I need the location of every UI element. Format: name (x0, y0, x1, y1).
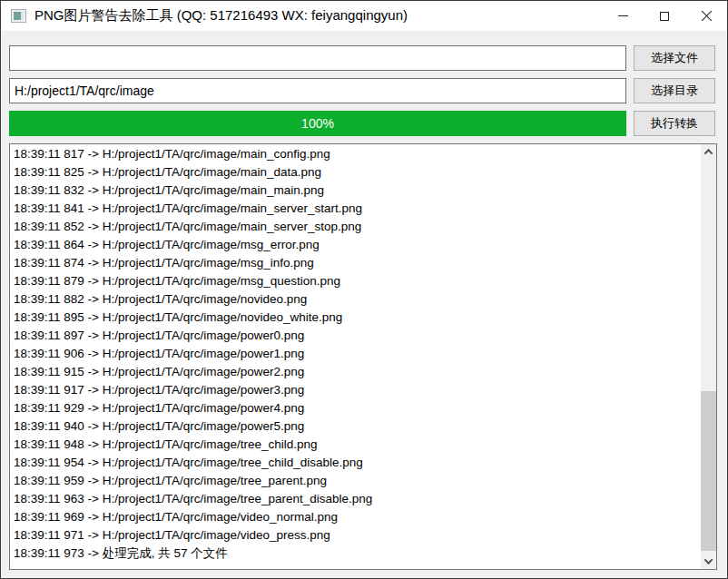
log-lines: 18:39:11 817 -> H:/project1/TA/qrc/image… (10, 144, 701, 569)
minimize-button[interactable] (602, 1, 644, 31)
progress-label: 100% (9, 111, 626, 136)
log-line: 18:39:11 825 -> H:/project1/TA/qrc/image… (14, 163, 701, 182)
log-line: 18:39:11 963 -> H:/project1/TA/qrc/image… (14, 490, 701, 508)
app-icon-pane (21, 12, 24, 20)
log-line: 18:39:11 973 -> 处理完成, 共 57 个文件 (14, 545, 701, 563)
scroll-up-button[interactable] (701, 144, 716, 160)
log-line: 18:39:11 841 -> H:/project1/TA/qrc/image… (14, 200, 701, 218)
scrollbar-thumb[interactable] (701, 391, 716, 551)
log-line: 18:39:11 817 -> H:/project1/TA/qrc/image… (14, 145, 701, 163)
log-line: 18:39:11 948 -> H:/project1/TA/qrc/image… (14, 436, 701, 454)
window-controls (602, 1, 727, 31)
execute-convert-button[interactable]: 执行转换 (634, 111, 715, 136)
log-line: 18:39:11 917 -> H:/project1/TA/qrc/image… (14, 381, 701, 399)
log-output-area[interactable]: 18:39:11 817 -> H:/project1/TA/qrc/image… (9, 143, 717, 570)
progress-bar: 100% (9, 111, 626, 136)
log-line: 18:39:11 915 -> H:/project1/TA/qrc/image… (14, 363, 701, 381)
file-path-input[interactable] (9, 45, 626, 71)
app-icon (11, 9, 26, 23)
app-icon-pane (14, 12, 21, 20)
log-line: 18:39:11 906 -> H:/project1/TA/qrc/image… (14, 345, 701, 363)
close-button[interactable] (685, 1, 727, 31)
log-line: 18:39:11 882 -> H:/project1/TA/qrc/image… (14, 290, 701, 309)
app-window: PNG图片警告去除工具 (QQ: 517216493 WX: feiyangqi… (0, 0, 728, 579)
maximize-button[interactable] (644, 1, 685, 31)
minimize-icon (618, 15, 628, 16)
chevron-up-icon (704, 149, 713, 158)
log-line: 18:39:11 895 -> H:/project1/TA/qrc/image… (14, 309, 701, 327)
directory-path-input[interactable] (9, 78, 626, 103)
log-line: 18:39:11 879 -> H:/project1/TA/qrc/image… (14, 272, 701, 290)
log-line: 18:39:11 864 -> H:/project1/TA/qrc/image… (14, 236, 701, 254)
scroll-down-button[interactable] (701, 554, 716, 569)
select-file-button[interactable]: 选择文件 (634, 45, 715, 71)
log-line: 18:39:11 897 -> H:/project1/TA/qrc/image… (14, 327, 701, 345)
title-bar: PNG图片警告去除工具 (QQ: 517216493 WX: feiyangqi… (1, 1, 727, 31)
close-icon (701, 10, 713, 22)
log-line: 18:39:11 832 -> H:/project1/TA/qrc/image… (14, 182, 701, 200)
log-line: 18:39:11 874 -> H:/project1/TA/qrc/image… (14, 254, 701, 272)
log-line: 18:39:11 940 -> H:/project1/TA/qrc/image… (14, 417, 701, 436)
maximize-icon (660, 12, 669, 21)
log-scrollbar[interactable] (701, 144, 716, 569)
log-line: 18:39:11 959 -> H:/project1/TA/qrc/image… (14, 472, 701, 490)
log-line: 18:39:11 954 -> H:/project1/TA/qrc/image… (14, 454, 701, 472)
log-line: 18:39:11 929 -> H:/project1/TA/qrc/image… (14, 399, 701, 417)
log-line: 18:39:11 969 -> H:/project1/TA/qrc/image… (14, 508, 701, 526)
window-title: PNG图片警告去除工具 (QQ: 517216493 WX: feiyangqi… (34, 7, 408, 25)
select-directory-button[interactable]: 选择目录 (634, 78, 715, 103)
log-line: 18:39:11 971 -> H:/project1/TA/qrc/image… (14, 526, 701, 545)
chevron-down-icon (704, 555, 713, 564)
log-line: 18:39:11 852 -> H:/project1/TA/qrc/image… (14, 218, 701, 236)
